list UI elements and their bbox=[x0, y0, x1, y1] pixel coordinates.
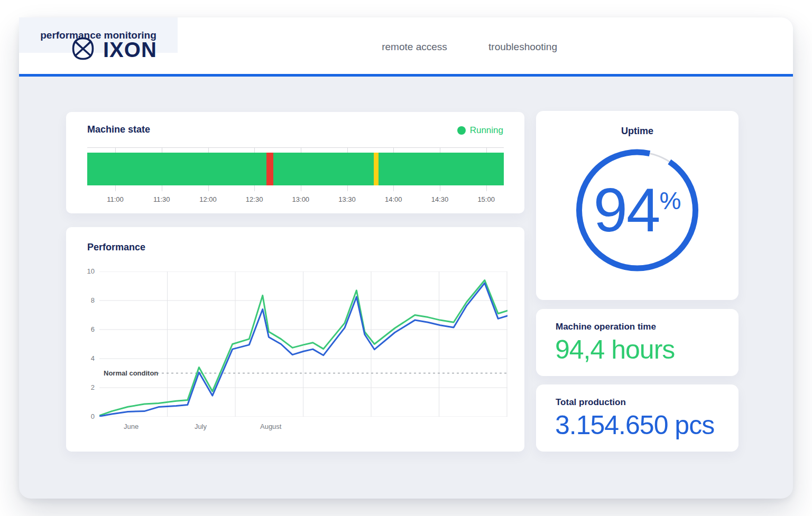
total-production-card: Total production 3.154.650 pcs bbox=[536, 384, 739, 452]
timeline-tick bbox=[301, 147, 301, 153]
timeline-segment-running bbox=[87, 153, 266, 185]
timeline-tick bbox=[347, 185, 348, 191]
timeline-tick-label: 15:00 bbox=[477, 195, 495, 203]
timeline-tick-label: 13:00 bbox=[292, 195, 310, 203]
timeline-ruler bbox=[87, 147, 504, 148]
performance-y-tick-label: 8 bbox=[73, 296, 95, 304]
timeline-tick bbox=[301, 185, 301, 191]
uptime-percent-number: 94 bbox=[594, 176, 660, 245]
timeline-tick bbox=[440, 147, 440, 153]
timeline-tick bbox=[440, 185, 440, 191]
performance-x-tick-label: June bbox=[124, 423, 139, 430]
app-panel: IXON remote access troubleshooting perfo… bbox=[19, 17, 793, 499]
performance-plot bbox=[99, 271, 508, 417]
timeline-tick-label: 11:30 bbox=[153, 195, 170, 203]
nav-item-remote-access-label: remote access bbox=[382, 41, 447, 53]
machine-state-card: Machine state Running 11:0011:3012:0012:… bbox=[66, 112, 524, 213]
total-production-value: 3.154.650 pcs bbox=[555, 411, 714, 440]
timeline-tick bbox=[347, 147, 348, 153]
operation-time-title: Machine operation time bbox=[556, 322, 656, 332]
timeline-tick bbox=[208, 147, 209, 153]
timeline-tick bbox=[208, 185, 209, 191]
timeline-tick-label: 12:30 bbox=[246, 195, 263, 203]
timeline-tick-label: 14:00 bbox=[385, 195, 402, 203]
operation-time-card: Machine operation time 94,4 hours bbox=[536, 309, 739, 376]
timeline-tick bbox=[393, 147, 394, 153]
performance-y-tick-label: 4 bbox=[73, 354, 95, 362]
timeline-tick-label: 11:00 bbox=[107, 195, 124, 203]
timeline-tick bbox=[254, 185, 255, 191]
uptime-card: Uptime 94% bbox=[536, 111, 739, 300]
uptime-value: 94% bbox=[536, 180, 739, 241]
uptime-percent-sign: % bbox=[660, 187, 681, 214]
timeline-tick-label: 12:00 bbox=[199, 195, 217, 203]
performance-y-tick-label: 10 bbox=[73, 267, 95, 275]
timeline-segment-running bbox=[379, 153, 504, 185]
brand-wordmark: IXON bbox=[103, 38, 157, 62]
operation-time-value: 94,4 hours bbox=[555, 335, 675, 364]
app-header: IXON remote access troubleshooting perfo… bbox=[19, 17, 793, 77]
performance-y-tick-label: 2 bbox=[73, 383, 95, 391]
page: IXON remote access troubleshooting perfo… bbox=[0, 0, 812, 516]
timeline-tick-label: 14:30 bbox=[431, 195, 449, 203]
nav-item-remote-access[interactable]: remote access bbox=[379, 17, 450, 77]
timeline-tick bbox=[162, 147, 162, 153]
timeline-tick bbox=[393, 185, 394, 191]
performance-y-tick-label: 0 bbox=[73, 412, 95, 420]
timeline-tick bbox=[115, 185, 116, 191]
active-tab-underline bbox=[19, 74, 793, 77]
performance-x-tick-label: August bbox=[260, 423, 281, 430]
timeline-segment-running bbox=[273, 153, 374, 185]
normal-condition-label: Normal conditon bbox=[104, 369, 158, 377]
timeline-tick bbox=[254, 147, 255, 153]
timeline-segment-warning bbox=[374, 153, 379, 185]
timeline-tick bbox=[486, 185, 487, 191]
performance-card: Performance Normal conditon 0246810JuneJ… bbox=[66, 227, 524, 452]
brand-logo-icon bbox=[69, 35, 97, 64]
performance-y-tick-label: 6 bbox=[73, 325, 95, 333]
nav-item-troubleshooting[interactable]: troubleshooting bbox=[483, 17, 563, 77]
timeline-tick bbox=[115, 147, 116, 153]
timeline: 11:0011:3012:0012:3013:0013:3014:0014:30… bbox=[87, 112, 504, 213]
timeline-tick bbox=[486, 147, 487, 153]
timeline-tick bbox=[162, 185, 162, 191]
performance-x-tick-label: July bbox=[195, 423, 207, 430]
performance-title: Performance bbox=[87, 242, 145, 253]
timeline-tick-label: 13:30 bbox=[338, 195, 356, 203]
total-production-title: Total production bbox=[556, 397, 626, 408]
nav-item-troubleshooting-label: troubleshooting bbox=[488, 41, 557, 53]
brand-logo[interactable]: IXON bbox=[69, 35, 157, 64]
timeline-segment-stopped bbox=[266, 153, 273, 185]
timeline-bar bbox=[87, 153, 504, 185]
